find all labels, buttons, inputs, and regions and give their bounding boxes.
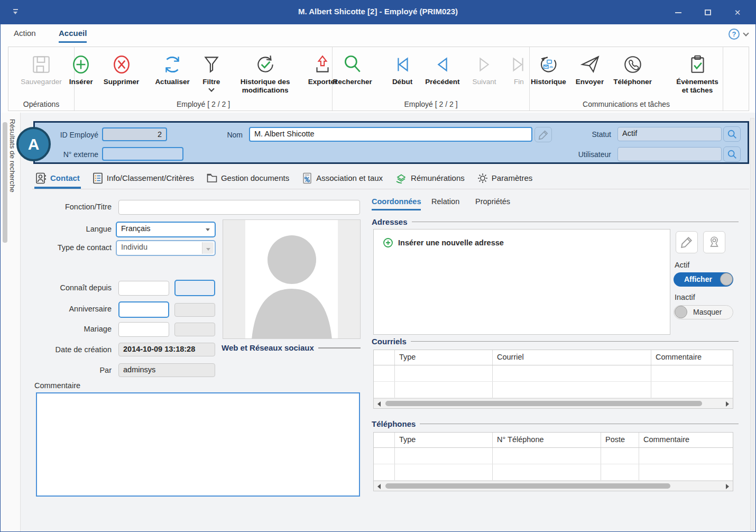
app-menu-icon[interactable] xyxy=(12,8,20,15)
minimize-button[interactable] xyxy=(663,1,693,24)
courriels-section-header: Courriels xyxy=(372,337,739,346)
column-header-numero[interactable]: N° Téléphone xyxy=(493,433,601,447)
fonction-titre-field[interactable] xyxy=(118,200,360,215)
tab-coordonnees[interactable]: Coordonnées xyxy=(372,197,421,210)
statut-lookup-button[interactable] xyxy=(723,126,741,142)
langue-select[interactable]: Français xyxy=(116,222,216,237)
adresses-list: Insérer une nouvelle adresse xyxy=(373,229,670,335)
type-contact-select[interactable]: Individu xyxy=(116,240,216,256)
nav-next-button[interactable]: Suivant xyxy=(469,50,499,87)
tab-gestion-documents[interactable]: Gestion documents xyxy=(205,168,290,189)
map-address-button[interactable] xyxy=(703,231,725,253)
connait-depuis-field[interactable] xyxy=(118,281,169,296)
actif-toggle[interactable]: Afficher xyxy=(674,272,733,287)
connait-depuis-age-field[interactable] xyxy=(174,280,215,296)
type-contact-label: Type de contact xyxy=(32,243,112,252)
statut-field[interactable]: Actif xyxy=(617,127,722,141)
table-row[interactable] xyxy=(374,365,733,382)
search-icon xyxy=(727,149,737,160)
nav-prev-icon xyxy=(432,51,453,78)
refresh-button[interactable]: Actualiser xyxy=(152,50,192,87)
edit-name-button[interactable] xyxy=(534,127,552,142)
ribbon-group-communications: Historique Envoyer xyxy=(530,47,723,111)
tab-accueil[interactable]: Accueil xyxy=(59,29,87,43)
tab-action[interactable]: Action xyxy=(14,29,36,41)
refresh-icon xyxy=(161,51,183,78)
panel-drag-handle[interactable] xyxy=(3,122,7,243)
history-modifications-button[interactable]: Historique des modifications xyxy=(231,50,300,96)
events-tasks-button[interactable]: Évènements et tâches xyxy=(670,50,724,96)
commentaire-textarea[interactable] xyxy=(36,392,360,497)
insert-button[interactable]: Insérer xyxy=(67,50,96,87)
tab-info-classement-criteres[interactable]: Info/Classement/Critères xyxy=(91,168,195,189)
search-button[interactable]: Rechercher xyxy=(330,50,375,87)
row-selector-header xyxy=(374,350,395,365)
nav-previous-button[interactable]: Précédent xyxy=(422,50,462,87)
employee-photo-placeholder[interactable] xyxy=(223,219,361,339)
tab-relation[interactable]: Relation xyxy=(431,197,459,209)
numero-externe-label: N° externe xyxy=(53,150,98,159)
tab-contact[interactable]: Contact xyxy=(34,168,81,189)
edit-address-button[interactable] xyxy=(676,231,698,253)
date-creation-label: Date de création xyxy=(32,345,112,354)
adresses-section-header: Adresses xyxy=(372,217,739,226)
ribbon-group-employe-edit: Insérer Supprimer xyxy=(75,47,333,111)
search-results-panel[interactable]: Résultats de recherche xyxy=(1,113,21,532)
filter-button[interactable]: Filtre xyxy=(198,50,225,92)
scrollbar-thumb[interactable] xyxy=(385,483,670,489)
table-row[interactable] xyxy=(374,448,733,464)
insert-address-button[interactable]: Insérer une nouvelle adresse xyxy=(374,230,670,248)
tab-association-taux[interactable]: Association et taux xyxy=(300,168,384,189)
tab-remunerations[interactable]: Rémunérations xyxy=(394,168,466,189)
horizontal-scrollbar[interactable] xyxy=(374,481,733,491)
vertical-scrollbar[interactable] xyxy=(750,118,754,530)
phone-button[interactable]: Téléphoner xyxy=(611,50,654,87)
column-header-commentaire[interactable]: Commentaire xyxy=(639,433,733,447)
scroll-left-arrow[interactable] xyxy=(377,401,381,407)
numero-externe-field[interactable] xyxy=(102,147,183,161)
send-button[interactable]: Envoyer xyxy=(573,50,606,87)
nom-field[interactable]: M. Albert Shicotte xyxy=(249,127,532,142)
column-header-courriel[interactable]: Courriel xyxy=(493,350,651,365)
web-social-section-header: Web et Réseaux sociaux xyxy=(222,343,361,352)
communications-history-button[interactable]: Historique xyxy=(528,50,569,87)
ribbon-group-label: Communications et tâches xyxy=(530,100,723,108)
row-selector-header xyxy=(374,433,395,447)
maximize-button[interactable] xyxy=(693,1,723,24)
utilisateur-field[interactable] xyxy=(617,147,722,161)
column-header-type[interactable]: Type xyxy=(395,433,493,447)
scroll-right-arrow[interactable] xyxy=(726,484,729,489)
scrollbar-thumb[interactable] xyxy=(385,401,702,406)
utilisateur-label: Utilisateur xyxy=(564,150,611,159)
delete-button[interactable]: Supprimer xyxy=(101,50,142,87)
table-row[interactable] xyxy=(374,464,733,481)
percent-doc-icon xyxy=(301,172,313,184)
ribbon-group-operations: Sauvegarder Opérations xyxy=(8,47,75,111)
tab-proprietes[interactable]: Propriétés xyxy=(475,197,510,209)
close-button[interactable]: ✕ xyxy=(723,1,752,24)
insert-icon xyxy=(70,51,92,78)
tab-parametres[interactable]: Paramètres xyxy=(476,168,534,189)
chevron-down-icon xyxy=(208,86,214,92)
column-header-commentaire[interactable]: Commentaire xyxy=(651,350,733,365)
table-row[interactable] xyxy=(374,382,733,398)
ribbon-group-label: Employé [ 2 / 2 ] xyxy=(333,100,529,108)
history-check-icon xyxy=(254,51,276,78)
toggle-knob xyxy=(720,273,733,286)
nav-first-button[interactable]: Début xyxy=(390,50,415,87)
help-icon[interactable]: ? xyxy=(729,29,740,40)
scroll-left-arrow[interactable] xyxy=(377,484,381,489)
mariage-field[interactable] xyxy=(118,322,169,337)
inactif-toggle[interactable]: Masquer xyxy=(674,305,733,319)
column-header-poste[interactable]: Poste xyxy=(601,433,639,447)
telephones-section-header: Téléphones xyxy=(372,419,739,428)
scroll-right-arrow[interactable] xyxy=(726,401,729,407)
utilisateur-lookup-button[interactable] xyxy=(723,146,741,162)
column-header-type[interactable]: Type xyxy=(395,350,493,365)
horizontal-scrollbar[interactable] xyxy=(374,398,733,408)
commentaire-label: Commentaire xyxy=(34,381,93,390)
id-employe-field[interactable]: 2 xyxy=(102,127,167,141)
chevron-down-icon[interactable] xyxy=(743,30,749,36)
save-button[interactable]: Sauvegarder xyxy=(18,50,64,87)
anniversaire-field[interactable] xyxy=(118,301,169,318)
